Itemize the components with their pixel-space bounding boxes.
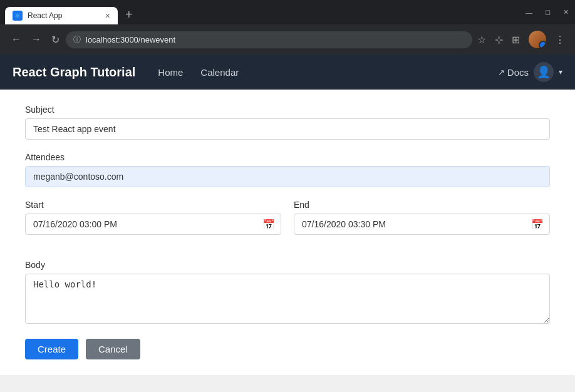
address-text: localhost:3000/newevent bbox=[86, 35, 465, 44]
body-textarea[interactable] bbox=[25, 274, 550, 324]
attendees-group: Attendees bbox=[25, 152, 550, 187]
browser-tab-bar: ⚛ React App × + — ◻ ✕ bbox=[0, 0, 575, 24]
end-group: End 📅 bbox=[294, 200, 550, 235]
lock-icon: ⓘ bbox=[73, 34, 81, 45]
new-tab-btn[interactable]: + bbox=[120, 5, 138, 24]
maximize-btn[interactable]: ◻ bbox=[539, 6, 557, 19]
start-input[interactable] bbox=[25, 214, 281, 235]
tab-title: React App bbox=[28, 11, 100, 20]
nav-right: ↗ Docs 👤 ▾ bbox=[498, 62, 562, 82]
tab-search-btn[interactable]: ⊞ bbox=[509, 31, 522, 48]
start-group: Start 📅 bbox=[25, 200, 281, 235]
user-icon[interactable]: 👤 bbox=[534, 62, 554, 82]
tab-close-btn[interactable]: × bbox=[105, 11, 110, 20]
extensions-btn[interactable]: ⋮ bbox=[552, 31, 567, 48]
tab-favicon: ⚛ bbox=[13, 11, 23, 21]
docs-ext-icon: ↗ bbox=[498, 68, 505, 77]
body-group: Body bbox=[25, 260, 550, 326]
forward-btn[interactable]: → bbox=[28, 31, 45, 48]
start-label: Start bbox=[25, 200, 281, 210]
minimize-btn[interactable]: — bbox=[519, 6, 539, 19]
end-label: End bbox=[294, 200, 550, 210]
active-tab[interactable]: ⚛ React App × bbox=[5, 7, 118, 24]
profile-avatar bbox=[529, 31, 546, 48]
app-navbar: React Graph Tutorial Home Calendar ↗ Doc… bbox=[0, 54, 575, 90]
create-button[interactable]: Create bbox=[25, 339, 78, 359]
subject-label: Subject bbox=[25, 105, 550, 115]
end-input[interactable] bbox=[294, 214, 550, 235]
cancel-button[interactable]: Cancel bbox=[86, 339, 140, 359]
docs-label: Docs bbox=[507, 67, 529, 78]
date-row: Start 📅 End 📅 bbox=[25, 200, 550, 247]
refresh-btn[interactable]: ↻ bbox=[48, 31, 63, 48]
attendees-label: Attendees bbox=[25, 152, 550, 162]
end-input-wrapper: 📅 bbox=[294, 214, 550, 235]
start-input-wrapper: 📅 bbox=[25, 214, 281, 235]
address-bar[interactable]: ⓘ localhost:3000/newevent bbox=[66, 31, 472, 48]
nav-links: Home Calendar bbox=[150, 62, 497, 83]
nav-home[interactable]: Home bbox=[150, 62, 190, 83]
subject-input[interactable] bbox=[25, 118, 550, 140]
profile-btn[interactable] bbox=[526, 28, 549, 51]
close-btn[interactable]: ✕ bbox=[557, 6, 575, 19]
main-content: Subject Attendees Start 📅 End 📅 Body bbox=[0, 90, 575, 375]
star-btn[interactable]: ☆ bbox=[475, 31, 489, 48]
window-controls: — ◻ ✕ bbox=[519, 6, 575, 19]
subject-group: Subject bbox=[25, 105, 550, 140]
attendees-input[interactable] bbox=[25, 166, 550, 187]
app-title: React Graph Tutorial bbox=[13, 65, 135, 80]
back-btn[interactable]: ← bbox=[8, 31, 25, 48]
body-label: Body bbox=[25, 260, 550, 270]
docs-link[interactable]: ↗ Docs bbox=[498, 67, 529, 78]
btn-row: Create Cancel bbox=[25, 339, 550, 359]
user-dropdown-arrow[interactable]: ▾ bbox=[559, 68, 562, 76]
toolbar-icons: ☆ ⊹ ⊞ ⋮ bbox=[475, 28, 567, 51]
favicon-icon: ⚛ bbox=[14, 12, 21, 20]
user-circle-icon: 👤 bbox=[537, 65, 551, 79]
nav-calendar[interactable]: Calendar bbox=[193, 62, 246, 83]
browser-controls: ← → ↻ ⓘ localhost:3000/newevent ☆ ⊹ ⊞ ⋮ bbox=[0, 24, 575, 54]
reading-list-btn[interactable]: ⊹ bbox=[492, 31, 505, 48]
